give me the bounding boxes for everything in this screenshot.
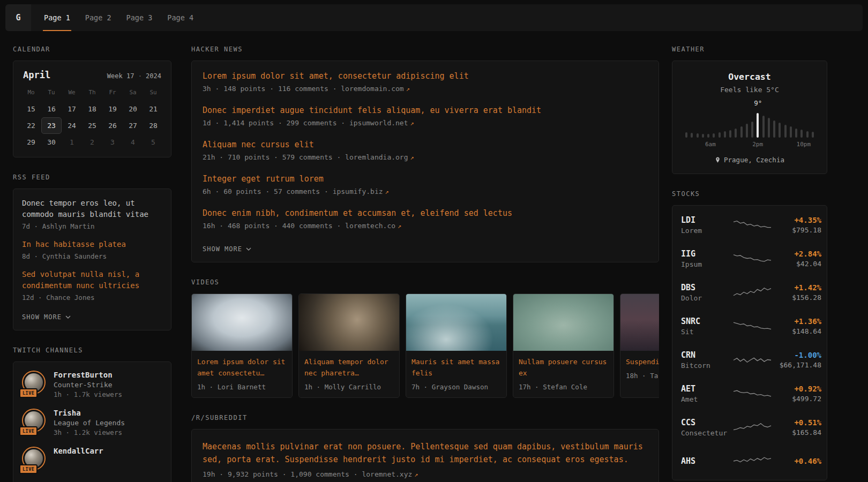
video-card[interactable]: Aliquam tempor dolor nec pharetra…1h · M…	[298, 293, 400, 398]
hackernews-item-meta: 21h · 710 points · 579 comments · loreml…	[203, 153, 648, 161]
twitch-channel-row[interactable]: LIVEKendallCarr	[22, 447, 162, 471]
video-title[interactable]: Mauris sit amet massa felis	[411, 358, 499, 377]
calendar-day[interactable]: 21	[143, 101, 163, 117]
twitch-channel-name[interactable]: KendallCarr	[54, 447, 103, 455]
video-card-body: Mauris sit amet massa felis7h · Grayson …	[406, 351, 506, 397]
tab-page-4[interactable]: Page 4	[166, 4, 194, 31]
hackernews-item-domain[interactable]: ipsumify.biz	[333, 187, 383, 195]
chevron-down-icon	[246, 247, 251, 251]
stock-price-block: +0.51%$165.84	[772, 418, 821, 436]
stock-row[interactable]: SNRCSit+1.36%$148.64	[681, 309, 818, 343]
weather-condition: Overcast	[682, 72, 817, 82]
video-card[interactable]: Nullam posuere cursus ex17h · Stefan Col…	[513, 293, 614, 398]
stock-change: +2.84%	[772, 250, 821, 258]
rss-item-title[interactable]: Sed volutpat nulla nisl, a condimentum n…	[22, 269, 162, 291]
stock-row[interactable]: AETAmet+0.92%$499.72	[681, 376, 818, 410]
twitch-channel-info: ForrestBurtonCounter-Strike1h · 1.7k vie…	[54, 371, 122, 398]
stock-price-block: -1.00%$66,171.48	[772, 351, 821, 369]
rss-item: Sed volutpat nulla nisl, a condimentum n…	[22, 269, 162, 302]
hackernews-item-domain[interactable]: loremdomain.com	[341, 85, 403, 93]
stock-symbol-block: SNRCSit	[681, 317, 732, 336]
video-card[interactable]: Mauris sit amet massa felis7h · Grayson …	[406, 293, 507, 398]
rss-item-title[interactable]: Donec tempor eros leo, ut commodo mauris…	[22, 198, 162, 220]
video-title[interactable]: Nullam posuere cursus ex	[519, 358, 607, 377]
stock-price: $66,171.48	[772, 361, 821, 369]
video-card[interactable]: Lorem ipsum dolor sit amet consectetu…1h…	[191, 293, 293, 398]
weather-time-label: 6am	[705, 141, 716, 148]
calendar-day[interactable]: 22	[21, 117, 41, 134]
video-thumbnail-canoe-lake	[513, 294, 613, 351]
stock-symbol: SNRC	[681, 317, 732, 326]
calendar-day[interactable]: 26	[102, 117, 123, 134]
hackernews-item-domain[interactable]: loremtech.co	[345, 222, 395, 230]
calendar-day[interactable]: 1	[62, 134, 82, 150]
video-title[interactable]: Aliquam tempor dolor nec pharetra…	[304, 358, 388, 377]
stock-row[interactable]: CCSConsectetur+0.51%$165.84	[681, 410, 818, 444]
hackernews-item-title[interactable]: Aliquam nec cursus elit	[203, 139, 648, 150]
tab-page-1[interactable]: Page 1	[43, 4, 71, 31]
stock-row[interactable]: IIGIpsum+2.84%$42.04	[681, 242, 818, 275]
left-column: CALENDAR April Week 17 · 2024 MoTuWeThFr…	[13, 46, 171, 482]
twitch-channel-row[interactable]: LIVETrishaLeague of Legends3h · 1.2k vie…	[22, 409, 162, 436]
hackernews-item-title[interactable]: Donec enim nibh, condimentum et accumsan…	[203, 208, 648, 219]
video-card[interactable]: Suspendisse diam18h · Tara	[620, 293, 659, 398]
weather-bar	[812, 132, 814, 138]
hackernews-widget: HACKER NEWS Lorem ipsum dolor sit amet, …	[191, 46, 659, 262]
calendar-day[interactable]: 4	[123, 134, 143, 150]
stock-symbol: LDI	[681, 215, 732, 225]
hackernews-item-title[interactable]: Integer eget rutrum lorem	[203, 174, 648, 185]
hackernews-show-more-button[interactable]: SHOW MORE	[203, 245, 251, 253]
calendar-day[interactable]: 2	[82, 134, 102, 150]
subreddit-item-domain[interactable]: loremnet.xyz	[362, 470, 412, 478]
rss-item-title[interactable]: In hac habitasse platea	[22, 239, 162, 250]
calendar-day[interactable]: 16	[41, 101, 62, 117]
rss-show-more-button[interactable]: SHOW MORE	[22, 313, 71, 321]
stock-symbol-block: IIGIpsum	[681, 249, 732, 268]
subreddit-item: Maecenas mollis pulvinar erat non posuer…	[203, 440, 648, 478]
stock-symbol-block: CRNBitcorn	[681, 350, 732, 370]
calendar-day[interactable]: 25	[82, 117, 102, 134]
calendar-day[interactable]: 17	[62, 101, 82, 117]
calendar-day[interactable]: 18	[82, 101, 102, 117]
video-title[interactable]: Lorem ipsum dolor sit amet consectetu…	[197, 358, 285, 377]
dashboard: CALENDAR April Week 17 · 2024 MoTuWeThFr…	[0, 31, 868, 482]
calendar-day[interactable]: 15	[21, 101, 41, 117]
stocks-header: STOCKS	[672, 190, 827, 198]
video-card-body: Suspendisse diam18h · Tara	[620, 351, 659, 386]
subreddit-header: /R/SUBREDDIT	[191, 414, 659, 421]
rss-item-meta: 8d · Cynthia Saunders	[22, 252, 162, 260]
app-logo[interactable]: G	[5, 4, 31, 31]
hackernews-item-domain[interactable]: ipsumworld.net	[349, 119, 408, 127]
subreddit-item-title[interactable]: Maecenas mollis pulvinar erat non posuer…	[203, 440, 648, 466]
calendar-day[interactable]: 29	[21, 134, 41, 150]
calendar-day[interactable]: 3	[102, 134, 123, 150]
calendar-day[interactable]: 5	[143, 134, 163, 150]
hackernews-item-title[interactable]: Donec imperdiet augue tincidunt felis al…	[203, 105, 648, 116]
twitch-header: TWITCH CHANNELS	[13, 347, 171, 354]
stock-row[interactable]: CRNBitcorn-1.00%$66,171.48	[681, 343, 818, 376]
video-title[interactable]: Suspendisse diam	[626, 358, 659, 366]
video-meta: 1h · Lori Barnett	[197, 383, 287, 391]
tab-page-2[interactable]: Page 2	[84, 4, 113, 31]
calendar-day[interactable]: 24	[62, 117, 82, 134]
twitch-channel-name[interactable]: Trisha	[54, 409, 125, 417]
stock-row[interactable]: DBSDolor+1.42%$156.28	[681, 275, 818, 309]
hackernews-item-title[interactable]: Lorem ipsum dolor sit amet, consectetur …	[203, 71, 648, 82]
video-thumbnail-towers-sky	[192, 294, 292, 351]
stocks-card: LDILorem+4.35%$795.18IIGIpsum+2.84%$42.0…	[672, 205, 827, 480]
stock-row[interactable]: LDILorem+4.35%$795.18	[681, 208, 818, 242]
calendar-day[interactable]: 28	[143, 117, 163, 134]
calendar-day[interactable]: 30	[41, 134, 62, 150]
calendar-day[interactable]: 20	[123, 101, 143, 117]
calendar-day[interactable]: 19	[102, 101, 123, 117]
calendar-day[interactable]: 27	[123, 117, 143, 134]
rss-list: Donec tempor eros leo, ut commodo mauris…	[22, 198, 162, 302]
tab-page-3[interactable]: Page 3	[125, 4, 154, 31]
twitch-channel-row[interactable]: LIVEForrestBurtonCounter-Strike1h · 1.7k…	[22, 371, 162, 398]
hackernews-item-domain[interactable]: loremlandia.org	[345, 153, 408, 161]
calendar-day[interactable]: 23	[41, 117, 62, 134]
weather-bar	[740, 126, 743, 138]
stock-sparkline-wrap	[732, 251, 772, 267]
stock-row[interactable]: AHS+0.46%	[681, 444, 818, 478]
twitch-channel-name[interactable]: ForrestBurton	[54, 371, 122, 379]
